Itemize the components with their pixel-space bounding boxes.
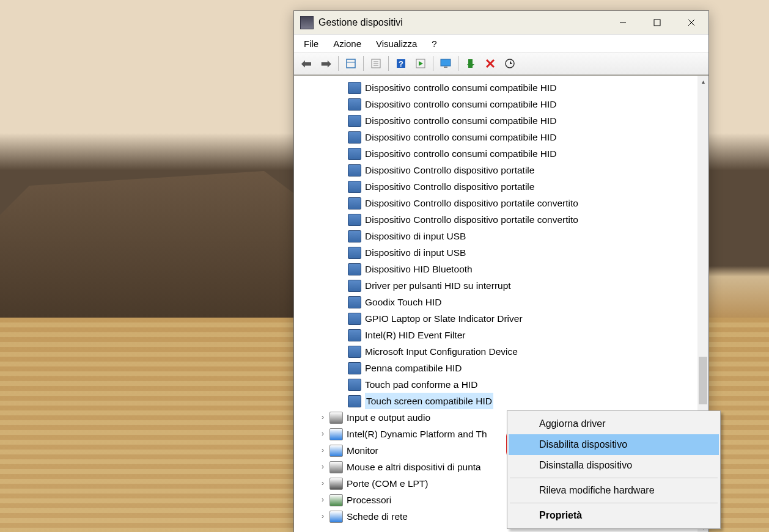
- menu-action[interactable]: Azione: [327, 37, 367, 50]
- device-label: Penna compatibile HID: [365, 360, 462, 376]
- window-title: Gestione dispositivi: [318, 17, 403, 28]
- device-item[interactable]: Intel(R) HID Event Filter: [296, 327, 706, 343]
- svg-marker-17: [467, 64, 474, 68]
- hid-device-icon: [348, 115, 361, 127]
- device-label: Dispositivo Controllo dispositivo portat…: [365, 162, 534, 178]
- chevron-right-icon[interactable]: ›: [318, 492, 327, 508]
- category-icon: [329, 445, 343, 457]
- device-label: Touch screen compatibile HID: [365, 393, 493, 409]
- hid-device-icon: [348, 197, 361, 210]
- hid-device-icon: [348, 313, 361, 325]
- device-item[interactable]: Dispositivo controllo consumi compatibil…: [296, 112, 706, 129]
- category-icon: [329, 511, 343, 523]
- device-item[interactable]: Dispositivo controllo consumi compatibil…: [296, 79, 706, 96]
- hid-device-icon: [348, 263, 361, 275]
- category-icon: [329, 478, 343, 490]
- device-item[interactable]: GPIO Laptop or Slate Indicator Driver: [296, 310, 706, 327]
- device-label: Dispositivo controllo consumi compatibil…: [365, 145, 557, 162]
- device-label: Dispositivo controllo consumi compatibil…: [365, 112, 557, 129]
- svg-rect-14: [441, 59, 451, 66]
- svg-rect-15: [444, 67, 447, 68]
- device-item[interactable]: Penna compatibile HID: [296, 360, 706, 376]
- category-label: Schede di rete: [347, 508, 408, 525]
- device-item[interactable]: Dispositivo controllo consumi compatibil…: [296, 129, 706, 145]
- context-menu: Aggiorna driver Disabilita dispositivo D…: [507, 410, 721, 529]
- forward-button[interactable]: ➡: [317, 55, 334, 72]
- ctx-disable-device[interactable]: Disabilita dispositivo: [509, 434, 719, 455]
- menu-file[interactable]: File: [298, 37, 325, 50]
- device-label: Dispositivo Controllo dispositivo portat…: [365, 211, 578, 228]
- hid-device-icon: [348, 247, 361, 259]
- ctx-properties[interactable]: Proprietà: [509, 505, 719, 526]
- device-item[interactable]: Dispositivo controllo consumi compatibil…: [296, 145, 706, 162]
- disable-device-button[interactable]: [482, 55, 499, 72]
- svg-rect-4: [347, 59, 355, 68]
- chevron-right-icon[interactable]: ›: [318, 459, 327, 475]
- minimize-button[interactable]: [606, 11, 640, 34]
- ctx-update-driver[interactable]: Aggiorna driver: [509, 414, 719, 434]
- back-button[interactable]: ⬅: [298, 55, 315, 72]
- device-item[interactable]: Dispositivo Controllo dispositivo portat…: [296, 211, 706, 228]
- close-button[interactable]: [674, 11, 708, 34]
- device-item[interactable]: Dispositivo controllo consumi compatibil…: [296, 96, 706, 112]
- hid-device-icon: [348, 181, 361, 193]
- ctx-separator: [510, 503, 718, 503]
- category-label: Monitor: [347, 442, 378, 459]
- device-item[interactable]: Dispositivo HID Bluetooth: [296, 261, 706, 277]
- svg-marker-21: [510, 60, 512, 64]
- enable-device-button[interactable]: [462, 55, 479, 72]
- device-item[interactable]: Microsoft Input Configuration Device: [296, 343, 706, 360]
- monitor-icon[interactable]: [437, 55, 454, 72]
- scan-hardware-button[interactable]: [412, 55, 429, 72]
- show-hide-tree-button[interactable]: [342, 55, 359, 72]
- hid-device-icon: [348, 131, 361, 144]
- chevron-right-icon[interactable]: ›: [318, 442, 327, 459]
- device-label: Goodix Touch HID: [365, 294, 442, 310]
- category-icon: [329, 494, 343, 506]
- device-label: Dispositivo Controllo dispositivo portat…: [365, 195, 578, 211]
- scroll-thumb[interactable]: [699, 357, 707, 404]
- help-button[interactable]: ?: [392, 55, 410, 72]
- maximize-button[interactable]: [640, 11, 674, 34]
- category-icon: [329, 461, 343, 473]
- chevron-right-icon[interactable]: ›: [318, 508, 327, 525]
- device-item[interactable]: Dispositivo Controllo dispositivo portat…: [296, 162, 706, 178]
- menu-view[interactable]: Visualizza: [370, 37, 423, 50]
- menubar: File Azione Visualizza ?: [294, 34, 708, 53]
- category-label: Mouse e altri dispositivi di punta: [347, 459, 481, 475]
- device-label: Dispositivo di input USB: [365, 244, 466, 261]
- device-item[interactable]: Touch pad conforme a HID: [296, 376, 706, 393]
- hid-device-icon: [348, 214, 361, 226]
- device-item[interactable]: Dispositivo di input USB: [296, 228, 706, 244]
- device-item[interactable]: Touch screen compatibile HID: [296, 393, 706, 409]
- update-driver-button[interactable]: [501, 55, 518, 72]
- device-item[interactable]: Goodix Touch HID: [296, 294, 706, 310]
- properties-button[interactable]: [367, 55, 384, 72]
- titlebar[interactable]: Gestione dispositivi: [294, 11, 708, 34]
- device-label: Driver per pulsanti HID su interrupt: [365, 277, 511, 294]
- hid-device-icon: [348, 362, 361, 374]
- device-label: Dispositivo HID Bluetooth: [365, 261, 473, 277]
- hid-device-icon: [348, 395, 361, 407]
- menu-help[interactable]: ?: [425, 37, 443, 50]
- chevron-right-icon[interactable]: ›: [318, 409, 327, 426]
- device-item[interactable]: Dispositivo Controllo dispositivo portat…: [296, 195, 706, 211]
- device-item[interactable]: Driver per pulsanti HID su interrupt: [296, 277, 706, 294]
- hid-device-icon: [348, 230, 361, 242]
- device-label: Dispositivo controllo consumi compatibil…: [365, 129, 557, 145]
- ctx-scan-hardware[interactable]: Rileva modifiche hardware: [509, 480, 719, 501]
- device-item[interactable]: Dispositivo di input USB: [296, 244, 706, 261]
- toolbar: ⬅ ➡ ?: [294, 53, 708, 76]
- chevron-right-icon[interactable]: ›: [318, 475, 327, 492]
- device-label: Dispositivo Controllo dispositivo portat…: [365, 178, 534, 195]
- scroll-up-button[interactable]: ▴: [697, 76, 708, 87]
- hid-device-icon: [348, 148, 361, 160]
- chevron-right-icon[interactable]: ›: [318, 426, 327, 442]
- device-item[interactable]: Dispositivo Controllo dispositivo portat…: [296, 178, 706, 195]
- hid-device-icon: [348, 346, 361, 358]
- hid-device-icon: [348, 82, 361, 94]
- hid-device-icon: [348, 296, 361, 308]
- category-label: Porte (COM e LPT): [347, 475, 429, 492]
- app-icon: [300, 16, 314, 29]
- ctx-uninstall-device[interactable]: Disinstalla dispositivo: [509, 455, 719, 476]
